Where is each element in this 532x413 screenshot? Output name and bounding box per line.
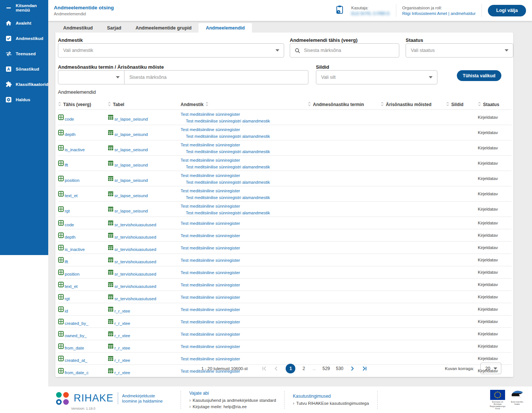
first-page-button[interactable] xyxy=(262,366,268,372)
table-link[interactable]: r_r_xtee xyxy=(114,333,130,338)
sidebar-item-sonastikud[interactable]: A Sõnastikud xyxy=(0,61,48,77)
dataset-link[interactable]: Test meditsiiniline sünniregister xyxy=(181,173,240,178)
terms-link-1[interactable]: › Tutvu RIHAKEse kasutustingimustega xyxy=(293,401,369,406)
help-link-2[interactable]: › Kirjutage meile: help@ria.ee xyxy=(189,404,276,409)
sub-dataset-link[interactable]: Test meditsiinilise sünniregistri alaman… xyxy=(186,149,270,154)
page-number-1[interactable]: 1 xyxy=(286,364,295,373)
element-link[interactable]: position xyxy=(65,272,80,276)
dataset-link[interactable]: Test meditsiiniline sünniregister xyxy=(181,233,240,238)
sidebar-item-teenused[interactable]: Teenused xyxy=(0,46,48,61)
table-link[interactable]: sr_lapse_seisund xyxy=(114,163,148,167)
sub-dataset-link[interactable]: Test meditsiinilise sünniregistri alaman… xyxy=(186,195,270,200)
page-number-529[interactable]: 529 xyxy=(322,366,330,371)
dataset-link[interactable]: Test meditsiiniline sünniregister xyxy=(181,307,240,312)
element-link[interactable]: code xyxy=(65,223,74,227)
table-link[interactable]: sr_tervishoiuasutused xyxy=(114,223,156,227)
table-link[interactable]: r_r_xtee xyxy=(114,309,130,313)
sidebar-item-haldus[interactable]: Haldus xyxy=(0,92,48,107)
logout-button[interactable]: Logi välja xyxy=(488,5,526,16)
next-page-button[interactable] xyxy=(350,366,356,372)
dataset-link[interactable]: Test meditsiiniline sünniregister xyxy=(181,283,240,288)
col-header-sildid[interactable]: Sildid xyxy=(451,102,464,107)
table-link[interactable]: sr_tervishoiuasutused xyxy=(114,235,156,239)
dataset-link[interactable]: Test meditsiiniline sünniregister xyxy=(181,221,240,226)
sort-icon[interactable] xyxy=(108,102,111,108)
table-link[interactable]: sr_lapse_seisund xyxy=(114,148,148,152)
sidebar-item-collapse-menu[interactable]: Kitsendan menüü xyxy=(0,0,48,15)
dataset-link[interactable]: Test meditsiiniline sünniregister xyxy=(181,204,240,209)
org-value[interactable]: Riigi Infosüsteemi Amet | andmehaldur xyxy=(402,11,476,16)
staatus-select[interactable]: Vali staatus xyxy=(406,43,513,58)
element-link[interactable]: id xyxy=(65,309,68,313)
help-link-1[interactable]: › Kasutusjuhend ja andmekirjelduse stand… xyxy=(189,398,276,403)
element-link[interactable]: text_et xyxy=(65,193,78,198)
element-link[interactable]: lft xyxy=(65,260,68,264)
dataset-link[interactable]: Test meditsiiniline sünniregister xyxy=(181,127,240,132)
col-header-tabel[interactable]: Tabel xyxy=(113,102,124,107)
element-link[interactable]: is_inactive xyxy=(65,148,85,152)
andmestik-select[interactable]: Vali andmestik xyxy=(58,43,284,58)
element-link[interactable]: depth xyxy=(65,132,76,137)
termin-type-select[interactable] xyxy=(58,71,124,84)
dataset-link[interactable]: Test meditsiiniline sünniregister xyxy=(181,189,240,193)
element-link[interactable]: code xyxy=(65,117,74,121)
sort-icon[interactable] xyxy=(381,102,384,108)
col-header-andmestik[interactable]: Andmestik xyxy=(181,102,203,107)
last-page-button[interactable] xyxy=(362,366,368,372)
col-header-staatus[interactable]: Staatus xyxy=(483,102,499,107)
col-header-tahis[interactable]: Tähis (veerg) xyxy=(63,102,91,107)
sidebar-item-klassifikaatorid[interactable]: Klassifikaatorid xyxy=(0,77,48,92)
table-link[interactable]: sr_tervishoiuasutused xyxy=(114,272,156,276)
table-link[interactable]: sr_tervishoiuasutused xyxy=(114,296,156,301)
sub-dataset-link[interactable]: Test meditsiinilise sünniregistri alaman… xyxy=(186,134,270,139)
table-link[interactable]: sr_lapse_seisund xyxy=(114,193,148,198)
element-link[interactable]: position xyxy=(65,178,80,183)
termin-search-input[interactable] xyxy=(129,75,308,80)
clipboard-clock-icon[interactable] xyxy=(335,5,344,16)
sort-icon[interactable] xyxy=(308,102,311,108)
element-link[interactable]: text_et xyxy=(65,284,78,289)
sildid-select[interactable]: Vali silt xyxy=(316,70,437,84)
sub-dataset-link[interactable]: Test meditsiinilise sünniregistri alaman… xyxy=(186,180,270,185)
sort-icon[interactable] xyxy=(446,102,449,108)
dataset-link[interactable]: Test meditsiiniline sünniregister xyxy=(181,246,240,251)
table-link[interactable]: r_r_xtee xyxy=(114,321,130,326)
sub-dataset-link[interactable]: Test meditsiinilise sünniregistri alaman… xyxy=(186,119,270,124)
table-link[interactable]: sr_tervishoiuasutused xyxy=(114,247,156,252)
dataset-link[interactable]: Test meditsiiniline sünniregister xyxy=(181,295,240,300)
table-link[interactable]: sr_lapse_seisund xyxy=(114,132,148,137)
page-number-2[interactable]: 2 xyxy=(301,366,306,371)
sidebar-item-avaleht[interactable]: Avaleht xyxy=(0,15,48,31)
table-link[interactable]: sr_lapse_seisund xyxy=(114,178,148,183)
prev-page-button[interactable] xyxy=(274,366,280,372)
sort-icon[interactable] xyxy=(58,102,61,108)
element-link[interactable]: rgt xyxy=(65,296,70,301)
table-link[interactable]: sr_lapse_seisund xyxy=(114,117,148,121)
table-link[interactable]: sr_lapse_seisund xyxy=(114,209,148,213)
col-header-moisted[interactable]: Ärisõnastiku mõisted xyxy=(386,102,431,107)
element-link[interactable]: from_date xyxy=(65,346,84,350)
dataset-link[interactable]: Test meditsiiniline sünniregister xyxy=(181,332,240,337)
page-number-530[interactable]: 530 xyxy=(336,366,344,371)
tab-andmeelemendid[interactable]: Andmeelemendid xyxy=(199,23,252,32)
element-link[interactable]: created_by_ xyxy=(65,321,88,326)
dataset-link[interactable]: Test meditsiiniline sünniregister xyxy=(181,112,240,117)
table-link[interactable]: sr_tervishoiuasutused xyxy=(114,260,156,264)
sub-dataset-link[interactable]: Test meditsiinilise sünniregistri alaman… xyxy=(186,165,270,170)
table-link[interactable]: r_r_xtee xyxy=(114,346,130,350)
clear-filters-button[interactable]: Tühista valikud xyxy=(457,70,501,81)
element-link[interactable]: depth xyxy=(65,235,76,239)
dataset-link[interactable]: Test meditsiiniline sünniregister xyxy=(181,344,240,349)
sort-icon[interactable] xyxy=(478,102,481,108)
tahis-search-input[interactable] xyxy=(304,48,399,53)
element-link[interactable]: lft xyxy=(65,163,68,167)
dataset-link[interactable]: Test meditsiiniline sünniregister xyxy=(181,270,240,275)
dataset-link[interactable]: Test meditsiiniline sünniregister xyxy=(181,320,240,324)
element-link[interactable]: rgt xyxy=(65,209,70,213)
sidebar-item-andmestikud[interactable]: Andmestikud xyxy=(0,31,48,46)
page-size-select[interactable]: 20 xyxy=(480,363,501,374)
table-link[interactable]: sr_tervishoiuasutused xyxy=(114,284,156,289)
tab-sarjad[interactable]: Sarjad xyxy=(100,23,128,32)
element-link[interactable]: owned_by_ xyxy=(65,333,87,338)
tab-andmeelementide-grupid[interactable]: Andmeelementide grupid xyxy=(128,23,199,32)
